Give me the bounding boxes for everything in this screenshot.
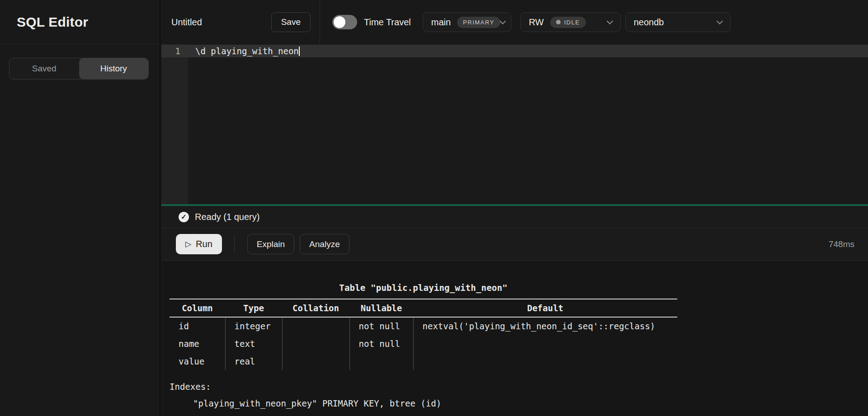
table-row: idintegernot nullnextval('playing_with_n…	[170, 317, 677, 335]
play-icon: ▷	[185, 240, 191, 248]
index-entry: "playing_with_neon_pkey" PRIMARY KEY, bt…	[170, 395, 868, 412]
line-number-gutter	[161, 44, 188, 204]
result-column-header: Type	[225, 299, 282, 317]
result-table-head: ColumnTypeCollationNullableDefault	[170, 299, 677, 317]
query-duration-label: 748ms	[829, 239, 854, 249]
query-title: Untitled	[171, 17, 202, 28]
editor-top-bar: Untitled Save Time Travel main PRIMARY R…	[161, 0, 868, 44]
chevron-down-icon	[717, 18, 723, 24]
indexes-section: Indexes: "playing_with_neon_pkey" PRIMAR…	[170, 379, 868, 412]
result-column-header: Column	[170, 299, 225, 317]
table-cell: not null	[349, 317, 413, 335]
page-title: SQL Editor	[17, 14, 88, 30]
table-cell: real	[225, 352, 282, 370]
table-cell	[282, 335, 349, 352]
idle-badge-label: IDLE	[564, 19, 580, 26]
result-column-header: Collation	[282, 299, 349, 317]
tab-saved[interactable]: Saved	[9, 58, 79, 79]
top-bar-left: Untitled Save	[161, 0, 320, 44]
code-editor[interactable]: 1 \d playing_with_neon	[161, 44, 868, 204]
sidebar-header: SQL Editor	[0, 0, 160, 44]
result-column-header: Nullable	[349, 299, 413, 317]
table-cell: nextval('playing_with_neon_id_seq'::regc…	[413, 317, 677, 335]
table-cell: name	[170, 335, 225, 352]
top-bar-right: Time Travel main PRIMARY RW IDLE neondb	[320, 0, 868, 44]
run-button[interactable]: ▷ Run	[176, 234, 222, 254]
table-cell: integer	[225, 317, 282, 335]
text-cursor	[299, 47, 300, 56]
table-cell: text	[225, 335, 282, 352]
status-text: Ready (1 query)	[195, 212, 259, 222]
table-cell	[282, 352, 349, 370]
database-select[interactable]: neondb	[625, 12, 731, 32]
code-text: \d playing_with_neon	[195, 46, 300, 56]
branch-name: main	[431, 17, 451, 28]
status-bar: ✓ Ready (1 query)	[161, 206, 868, 228]
explain-button[interactable]: Explain	[247, 234, 294, 254]
table-cell: value	[170, 352, 225, 370]
table-cell	[282, 317, 349, 335]
table-cell	[413, 335, 677, 352]
status-dot-icon	[556, 20, 561, 24]
line-number: 1	[161, 46, 188, 56]
compute-name: RW	[529, 17, 544, 28]
result-table-title: Table "public.playing_with_neon"	[170, 283, 677, 293]
check-circle-icon: ✓	[179, 212, 189, 222]
time-travel-toggle[interactable]	[332, 15, 357, 29]
toggle-knob	[334, 16, 345, 28]
analyze-button[interactable]: Analyze	[300, 234, 349, 254]
compute-select[interactable]: RW IDLE	[520, 12, 621, 32]
primary-badge: PRIMARY	[457, 17, 500, 28]
table-row: valuereal	[170, 352, 677, 370]
branch-select[interactable]: main PRIMARY	[423, 12, 511, 32]
table-cell	[349, 352, 413, 370]
table-cell	[413, 352, 677, 370]
result-table: ColumnTypeCollationNullableDefault idint…	[170, 299, 677, 370]
indexes-label: Indexes:	[170, 379, 868, 395]
main-panel: Untitled Save Time Travel main PRIMARY R…	[161, 0, 868, 416]
tab-history[interactable]: History	[79, 58, 149, 79]
table-cell: not null	[349, 335, 413, 352]
idle-badge: IDLE	[550, 17, 586, 28]
table-cell: id	[170, 317, 225, 335]
results-panel: Table "public.playing_with_neon" ColumnT…	[161, 261, 868, 416]
result-column-header: Default	[413, 299, 677, 317]
query-toolbar: ▷ Run Explain Analyze 748ms	[161, 228, 868, 261]
code-line[interactable]: 1 \d playing_with_neon	[161, 45, 868, 57]
run-button-label: Run	[196, 239, 212, 249]
saved-history-tab-group: Saved History	[9, 58, 149, 79]
result-table-body: idintegernot nullnextval('playing_with_n…	[170, 317, 677, 370]
chevron-down-icon	[500, 18, 506, 24]
toolbar-divider	[234, 236, 235, 253]
chevron-down-icon	[607, 18, 613, 24]
table-row: nametextnot null	[170, 335, 677, 352]
database-name: neondb	[634, 17, 664, 28]
save-button[interactable]: Save	[271, 12, 311, 32]
sidebar: SQL Editor Saved History	[0, 0, 160, 416]
result-table-container: Table "public.playing_with_neon" ColumnT…	[170, 283, 677, 370]
time-travel-label: Time Travel	[364, 17, 411, 28]
